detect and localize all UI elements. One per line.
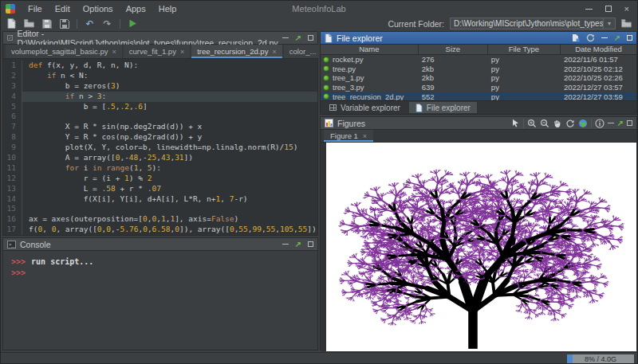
file-modified-cell: 2022/12/27 03:59 (561, 92, 636, 100)
float-icon[interactable]: ↗ (295, 35, 301, 41)
code-line[interactable]: 6 (3, 112, 317, 122)
code-line[interactable]: 9 plot(X, Y, color=b, linewidth=np.linal… (3, 143, 317, 153)
column-header-name[interactable]: Name (321, 45, 419, 54)
code-line[interactable]: 17f(0, 0, array([0,0,-5.76,0,6.58,0]), a… (3, 225, 317, 235)
window-maximize-icon[interactable] (605, 6, 612, 12)
line-number: 16 (3, 214, 22, 225)
column-header-filetype[interactable]: File Type (488, 45, 561, 54)
table-row[interactable]: rocket.py276py2022/11/6 01:57 (321, 55, 636, 65)
code-line[interactable]: 2 if n < N: (3, 71, 317, 81)
line-number: 1 (3, 61, 22, 71)
code-editor[interactable]: 1def f(x, y, d, R, n, N):2 if n < N:3 b … (3, 59, 317, 235)
zoom-in-icon[interactable] (527, 119, 537, 128)
line-number: 8 (3, 132, 22, 143)
editor-tab-label: volumeplot_sagittal_basic.py (11, 47, 108, 56)
float-icon[interactable]: ↗ (614, 35, 620, 41)
globe-icon[interactable] (578, 119, 588, 128)
close-icon[interactable]: × (112, 48, 116, 56)
refresh-icon[interactable] (586, 33, 595, 42)
editor-tab[interactable]: curve_fit_1.py× (124, 45, 190, 58)
file-size-cell: 639 (419, 83, 488, 92)
code-line[interactable]: 16ax = axes(outerposition=[0,0,1,1], axi… (3, 214, 317, 225)
code-line[interactable]: 15 (3, 204, 317, 214)
chevron-down-icon[interactable]: ▾ (603, 18, 615, 29)
code-line[interactable]: 13 L = .58 + r * .07 (3, 184, 317, 194)
file-size-cell: 276 (419, 55, 488, 64)
figure-canvas[interactable] (326, 143, 636, 351)
code-line[interactable]: 4 if n > 3: (3, 92, 317, 102)
code-line[interactable]: 7 X = R * sin(np.deg2rad(d)) + x (3, 122, 317, 132)
figure-tab[interactable]: Figure 1 × (324, 130, 373, 142)
current-folder-row: Current Folder: D:\Working\MIScript\Jyth… (388, 18, 632, 29)
minimize-icon[interactable] (282, 37, 289, 38)
menu-options[interactable]: Options (77, 4, 120, 14)
file-size-cell: 2kb (419, 65, 488, 73)
minimize-icon[interactable] (608, 123, 614, 123)
float-icon[interactable]: ↗ (617, 120, 624, 127)
minimize-icon[interactable] (601, 37, 608, 38)
maximize-icon[interactable] (308, 241, 313, 247)
code-line[interactable]: 11 for i in range(1, 5): (3, 163, 317, 174)
editor-tab[interactable]: tree_recursion_2d.py× (191, 45, 282, 58)
menu-file[interactable]: File (22, 4, 49, 14)
python-file-icon (323, 57, 329, 63)
code-line[interactable]: 8 Y = R * cos(np.deg2rad(d)) + y (3, 132, 317, 143)
column-header-size[interactable]: Size (419, 45, 488, 54)
zoom-out-icon[interactable] (540, 119, 549, 128)
console-text: run script... (31, 257, 93, 266)
current-folder-value[interactable]: D:\Working\MIScript\Jython\mis\plot_type… (451, 18, 603, 29)
rotate-icon[interactable] (565, 119, 575, 128)
new-file-icon[interactable] (6, 18, 17, 29)
open-folder-icon[interactable] (24, 18, 34, 29)
save-as-icon[interactable] (59, 18, 69, 29)
close-icon[interactable]: × (180, 48, 184, 56)
window-minimize-icon[interactable] (585, 9, 593, 10)
console-panel-titlebar: >_ Console ↗ (3, 238, 317, 251)
menu-apps[interactable]: Apps (120, 4, 152, 14)
maximize-icon[interactable] (627, 35, 632, 41)
menu-help[interactable]: Help (152, 4, 183, 14)
code-line[interactable]: 12 r = (i + 1) % 2 (3, 174, 317, 184)
column-header-modified[interactable]: Date Modified (561, 45, 636, 54)
file-name: rocket.py (333, 55, 364, 64)
file-size-cell: 2kb (419, 73, 488, 82)
table-row[interactable]: tree_recursion_2d.py552py2022/12/27 03:5… (321, 92, 636, 100)
dock-tab-variable-explorer[interactable]: Variable explorer (323, 102, 407, 113)
table-row[interactable]: tree.py2kbpy2022/10/25 02:12 (321, 65, 636, 74)
run-script-icon[interactable] (128, 18, 138, 29)
console-output[interactable]: >>>run script...>>> (3, 251, 317, 350)
table-row[interactable]: tree_1.py2kbpy2022/10/25 02:26 (321, 73, 636, 83)
file-name-cell: tree_recursion_2d.py (321, 92, 419, 100)
code-line[interactable]: 1def f(x, y, d, R, n, N): (3, 61, 317, 71)
maximize-icon[interactable] (308, 35, 313, 41)
file-name: tree_1.py (333, 73, 364, 82)
new-document-icon[interactable] (571, 33, 580, 42)
code-line[interactable]: 14 f(X[i], Y[i], d+A[i], L*R, n+1, 7-r) (3, 194, 317, 205)
close-icon[interactable]: × (272, 48, 276, 56)
undo-icon[interactable]: ↶ (85, 18, 95, 29)
close-icon[interactable]: × (363, 132, 367, 140)
minimize-icon[interactable] (282, 244, 289, 245)
browse-folder-icon[interactable] (621, 18, 632, 29)
pointer-icon[interactable] (511, 119, 520, 127)
menu-edit[interactable]: Edit (49, 4, 77, 14)
window-close-icon[interactable]: × (624, 5, 629, 13)
code-line[interactable]: 10 A = array([0,-48,-25,43,31]) (3, 153, 317, 163)
dock-tab-file-explorer[interactable]: File explorer (409, 102, 477, 113)
editor-tab[interactable]: volumeplot_sagittal_basic.py× (6, 45, 122, 58)
float-icon[interactable]: ↗ (295, 241, 301, 248)
table-row[interactable]: tree_3.py639py2022/12/27 03:57 (321, 83, 636, 92)
pan-hand-icon[interactable] (553, 119, 562, 128)
info-icon[interactable] (595, 119, 605, 128)
code-text: X = R * sin(np.deg2rad(d)) + x (22, 122, 317, 132)
redo-icon[interactable]: ↷ (102, 18, 112, 29)
current-folder-combobox[interactable]: D:\Working\MIScript\Jython\mis\plot_type… (450, 18, 616, 29)
code-line[interactable]: 3 b = zeros(3) (3, 81, 317, 92)
maximize-icon[interactable] (627, 120, 632, 126)
memory-indicator[interactable]: 8% / 4.0G (567, 354, 634, 364)
save-icon[interactable] (41, 18, 52, 29)
toolbar-separator (591, 119, 592, 128)
editor-tab-label: curve_fit_1.py (129, 47, 176, 56)
code-line[interactable]: 5 b = [.5,.2,.6] (3, 102, 317, 112)
code-text: for i in range(1, 5): (22, 163, 317, 174)
